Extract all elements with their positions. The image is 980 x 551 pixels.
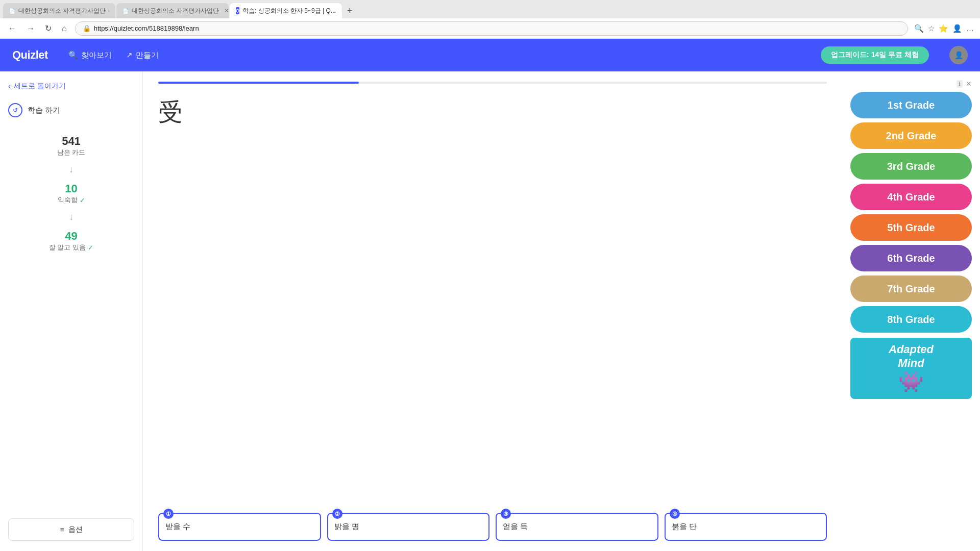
grade-8-button[interactable]: 8th Grade	[850, 306, 972, 333]
stat-remaining-number: 541	[62, 135, 81, 148]
answer-4[interactable]: ④ 붉을 단	[665, 513, 827, 541]
favorites-icon[interactable]: ☆	[928, 24, 935, 33]
stat-familiar-check: ✓	[80, 196, 85, 204]
back-button[interactable]: ←	[6, 22, 18, 35]
answer-options: ① 받을 수 ② 밝을 명 ③ 얻을 득 ④ 붉을 단	[158, 503, 827, 541]
tab-1[interactable]: 📄 대한상공회의소 자격평가사업단 - ✕	[3, 3, 115, 18]
stat-familiar-label: 익숙함 ✓	[58, 195, 85, 205]
url-text: https://quizlet.com/518819898/learn	[94, 24, 199, 32]
grade-4-label: 4th Grade	[887, 191, 935, 203]
study-mode[interactable]: ↺ 학습 하기	[8, 103, 134, 130]
ad-info-icon: ℹ	[957, 80, 963, 88]
zoom-icon[interactable]: 🔍	[914, 24, 924, 33]
tab-2[interactable]: 📄 대한상공회의소 자격평가사업단 ✕	[116, 3, 229, 18]
quizlet-header: Quizlet 🔍 찾아보기 ↗ 만들기 업그레이드: 14일 무료 체험 👤	[0, 39, 980, 71]
answer-2[interactable]: ② 밝을 명	[327, 513, 490, 541]
answer-2-number: ②	[332, 509, 342, 519]
grade-7-label: 7th Grade	[887, 283, 935, 294]
addr-icons: 🔍 ☆ ⭐ 👤 …	[914, 24, 974, 33]
grade-2-label: 2nd Grade	[886, 130, 937, 141]
browser-chrome: 📄 대한상공회의소 자격평가사업단 - ✕ 📄 대한상공회의소 자격평가사업단 …	[0, 0, 980, 39]
adapted-mind-text: Adapted Mind	[889, 343, 934, 370]
profile-icon[interactable]: 👤	[952, 24, 962, 33]
stat-remaining: 541 남은 카드	[57, 130, 86, 162]
lock-icon: 🔒	[83, 24, 91, 32]
content-area: 受 ① 받을 수 ② 밝을 명 ③ 얻을 득 ④ 붉을 단	[143, 71, 842, 551]
header-nav: 🔍 찾아보기 ↗ 만들기	[68, 51, 159, 60]
upgrade-button[interactable]: 업그레이드: 14일 무료 체험	[821, 46, 929, 64]
stat-known-number: 49	[65, 230, 77, 243]
study-mode-icon: ↺	[8, 103, 22, 117]
grade-2-button[interactable]: 2nd Grade	[850, 122, 972, 149]
new-tab-button[interactable]: +	[343, 6, 357, 15]
progress-bar-fill	[158, 82, 359, 84]
nav-create-label: 만들기	[136, 51, 159, 60]
stat-familiar-number: 10	[65, 182, 77, 195]
grade-3-button[interactable]: 3rd Grade	[850, 153, 972, 180]
main-layout: ‹ 세트로 돌아가기 ↺ 학습 하기 541 남은 카드 ↓ 10 익숙함 ✓ …	[0, 71, 980, 551]
nav-search[interactable]: 🔍 찾아보기	[68, 51, 112, 60]
stat-arrow-1: ↓	[69, 162, 74, 177]
options-button[interactable]: ≡ 옵션	[8, 518, 134, 541]
ad-close-button[interactable]: ✕	[966, 80, 972, 88]
stat-familiar-text: 익숙함	[58, 195, 78, 205]
back-link-label: 세트로 돌아가기	[14, 82, 66, 91]
user-avatar[interactable]: 👤	[949, 46, 968, 64]
tab-2-label: 대한상공회의소 자격평가사업단	[132, 7, 219, 15]
grade-6-label: 6th Grade	[887, 253, 935, 264]
home-button[interactable]: ⌂	[60, 22, 69, 35]
grade-5-button[interactable]: 5th Grade	[850, 214, 972, 241]
tab-2-close[interactable]: ✕	[224, 7, 229, 14]
nav-search-label: 찾아보기	[81, 51, 112, 60]
more-icon[interactable]: …	[966, 24, 974, 33]
grade-1-label: 1st Grade	[888, 99, 935, 111]
stat-known: 49 잘 알고 있음 ✓	[49, 224, 93, 257]
answer-1[interactable]: ① 받을 수	[158, 513, 321, 541]
address-bar: ← → ↻ ⌂ 🔒 https://quizlet.com/518819898/…	[0, 18, 980, 39]
answer-1-number: ①	[163, 509, 174, 519]
search-icon: 🔍	[68, 51, 78, 60]
adapted-mind-line1: Adapted	[889, 343, 934, 356]
stat-remaining-label: 남은 카드	[57, 148, 86, 157]
grade-7-button[interactable]: 7th Grade	[850, 276, 972, 302]
collection-icon[interactable]: ⭐	[939, 24, 948, 33]
grade-4-button[interactable]: 4th Grade	[850, 184, 972, 210]
tab-3-close[interactable]: ✕	[341, 7, 342, 14]
answer-1-text: 받을 수	[165, 522, 190, 532]
adapted-mind-ad[interactable]: Adapted Mind 👾	[850, 338, 972, 399]
tab-1-close[interactable]: ✕	[115, 7, 115, 14]
tab-3-favicon: Q	[236, 7, 239, 14]
grade-6-button[interactable]: 6th Grade	[850, 245, 972, 271]
create-icon: ↗	[126, 51, 133, 60]
card-area: 受	[158, 96, 827, 503]
answer-3-number: ③	[501, 509, 511, 519]
answer-4-number: ④	[670, 509, 680, 519]
tab-3[interactable]: Q 학습: 상공회의소 한자 5~9급 | Q... ✕	[230, 3, 342, 18]
monster-emoji: 👾	[898, 370, 924, 394]
options-label: 옵션	[68, 525, 83, 534]
sidebar: ‹ 세트로 돌아가기 ↺ 학습 하기 541 남은 카드 ↓ 10 익숙함 ✓ …	[0, 71, 143, 551]
ad-info-bar: ℹ ✕	[850, 80, 972, 88]
refresh-button[interactable]: ↻	[43, 21, 54, 35]
tab-2-favicon: 📄	[122, 7, 129, 15]
stat-familiar: 10 익숙함 ✓	[58, 177, 85, 210]
progress-bar-container	[158, 82, 827, 84]
ad-panel: ℹ ✕ 1st Grade 2nd Grade 3rd Grade 4th Gr…	[842, 71, 980, 551]
answer-2-text: 밝을 명	[334, 522, 359, 532]
back-link[interactable]: ‹ 세트로 돌아가기	[8, 82, 134, 103]
stats-section: 541 남은 카드 ↓ 10 익숙함 ✓ ↓ 49 잘 알고 있음 ✓	[8, 130, 134, 262]
forward-button[interactable]: →	[24, 22, 37, 35]
answer-3-text: 얻을 득	[503, 522, 528, 532]
grade-1-button[interactable]: 1st Grade	[850, 92, 972, 118]
url-input[interactable]: 🔒 https://quizlet.com/518819898/learn	[75, 21, 908, 36]
stat-known-text: 잘 알고 있음	[49, 243, 86, 252]
nav-create[interactable]: ↗ 만들기	[126, 51, 159, 60]
grade-5-label: 5th Grade	[887, 222, 935, 233]
adapted-mind-line2: Mind	[898, 357, 924, 369]
back-chevron-icon: ‹	[8, 82, 11, 91]
tab-1-label: 대한상공회의소 자격평가사업단 -	[18, 7, 110, 15]
options-icon: ≡	[60, 525, 64, 534]
tab-3-label: 학습: 상공회의소 한자 5~9급 | Q...	[242, 7, 336, 15]
quizlet-logo[interactable]: Quizlet	[12, 48, 48, 62]
answer-3[interactable]: ③ 얻을 득	[496, 513, 658, 541]
